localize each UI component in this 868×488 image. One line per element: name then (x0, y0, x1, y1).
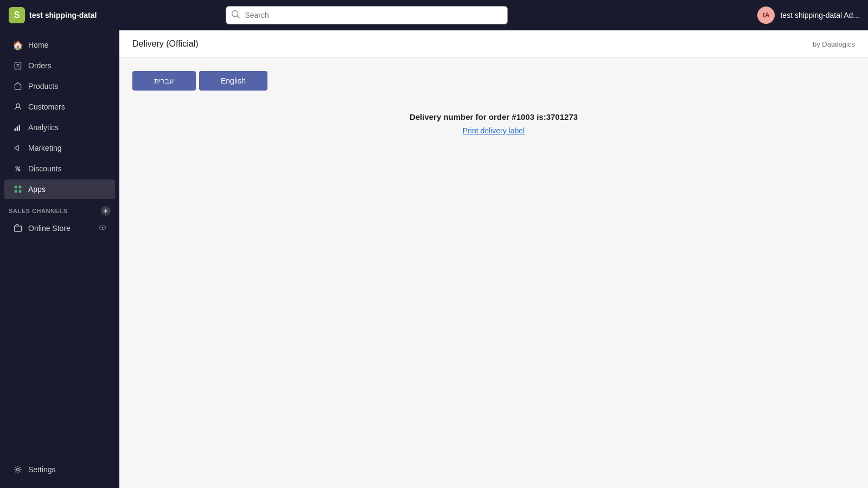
sidebar-item-products[interactable]: Products (4, 76, 115, 96)
svg-line-1 (238, 16, 240, 18)
sidebar-item-online-store[interactable]: Online Store (4, 219, 115, 238)
svg-rect-7 (17, 126, 18, 131)
analytics-icon (13, 123, 23, 132)
apps-icon (13, 184, 23, 194)
svg-rect-9 (21, 127, 22, 128)
sidebar-item-settings[interactable]: Settings (4, 460, 115, 479)
sidebar-label-discounts: Discounts (28, 164, 61, 173)
delivery-number-text: Delivery number for order #1003 is:37012… (132, 112, 855, 121)
svg-point-10 (16, 166, 17, 168)
sidebar-label-marketing: Marketing (28, 144, 61, 152)
svg-point-11 (18, 169, 20, 171)
sidebar-label-orders: Orders (28, 61, 52, 70)
page-title: Delivery (Official) (132, 39, 199, 49)
sidebar-item-discounts[interactable]: Discounts (4, 159, 115, 178)
settings-icon (13, 465, 23, 474)
main-content: Delivery (Official) by Datalogics עברית … (119, 30, 868, 488)
svg-point-20 (17, 468, 20, 471)
by-label: by Datalogics (813, 40, 855, 48)
sidebar-item-home[interactable]: 🏠 Home (4, 35, 115, 55)
sidebar-item-customers[interactable]: Customers (4, 97, 115, 117)
svg-rect-16 (19, 190, 22, 193)
sidebar-item-marketing[interactable]: Marketing (4, 138, 115, 158)
english-button[interactable]: English (199, 71, 267, 91)
hebrew-button[interactable]: עברית (132, 71, 196, 91)
svg-rect-13 (15, 186, 17, 189)
account-label: test shipping-datal Ad... (780, 11, 859, 20)
sales-channels-section: SALES CHANNELS + (0, 200, 119, 218)
search-input[interactable] (226, 6, 508, 24)
delivery-info: Delivery number for order #1003 is:37012… (132, 112, 855, 136)
store-logo[interactable]: S test shipping-datal (9, 7, 97, 23)
customers-icon (13, 102, 23, 112)
sidebar-label-customers: Customers (28, 102, 65, 111)
topbar: S test shipping-datal tA test shipping-d… (0, 0, 868, 30)
products-icon (13, 81, 23, 91)
add-sales-channel-icon[interactable]: + (101, 206, 111, 216)
topbar-right: tA test shipping-datal Ad... (757, 7, 859, 24)
avatar[interactable]: tA (757, 7, 775, 24)
online-store-eye-icon[interactable] (99, 224, 106, 233)
online-store-icon (13, 223, 23, 233)
shopify-icon: S (9, 7, 25, 23)
sidebar-label-apps: Apps (28, 185, 46, 194)
sidebar-label-online-store: Online Store (28, 224, 71, 233)
svg-rect-14 (19, 186, 22, 189)
language-buttons: עברית English (132, 71, 855, 91)
sidebar-label-analytics: Analytics (28, 123, 59, 132)
marketing-icon (13, 143, 23, 153)
sidebar: 🏠 Home Orders Products Customers Anal (0, 30, 119, 488)
home-icon: 🏠 (13, 40, 23, 50)
sidebar-label-home: Home (28, 41, 48, 49)
search-icon (231, 10, 240, 21)
layout: 🏠 Home Orders Products Customers Anal (0, 30, 868, 488)
sidebar-label-settings: Settings (28, 465, 56, 474)
sidebar-item-orders[interactable]: Orders (4, 56, 115, 75)
svg-point-5 (16, 104, 20, 107)
store-name: test shipping-datal (29, 11, 97, 20)
svg-rect-17 (15, 226, 22, 232)
sidebar-label-products: Products (28, 82, 58, 91)
svg-rect-8 (19, 125, 20, 131)
page-header: Delivery (Official) by Datalogics (119, 30, 868, 58)
svg-point-19 (102, 227, 104, 228)
discounts-icon (13, 164, 23, 174)
sidebar-item-apps[interactable]: Apps (4, 179, 115, 199)
search-container (226, 6, 508, 24)
print-delivery-label-link[interactable]: Print delivery label (463, 126, 525, 135)
svg-line-12 (16, 166, 20, 171)
page-content: עברית English Delivery number for order … (119, 58, 868, 149)
svg-rect-2 (15, 62, 21, 69)
svg-rect-15 (15, 190, 17, 193)
svg-rect-6 (15, 129, 16, 131)
orders-icon (13, 61, 23, 70)
sidebar-item-analytics[interactable]: Analytics (4, 118, 115, 137)
sales-channels-label: SALES CHANNELS (9, 208, 68, 214)
